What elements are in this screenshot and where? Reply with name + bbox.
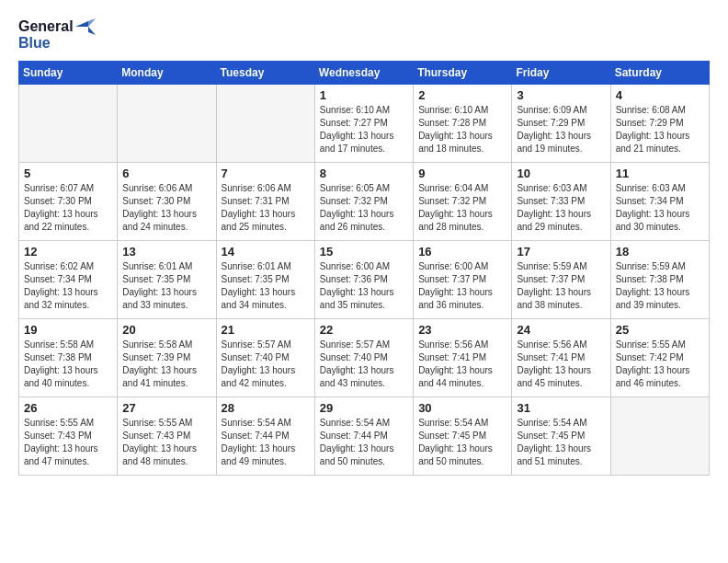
calendar-cell: 11Sunrise: 6:03 AM Sunset: 7:34 PM Dayli… bbox=[610, 162, 709, 240]
day-number: 22 bbox=[320, 323, 408, 337]
calendar-cell: 22Sunrise: 5:57 AM Sunset: 7:40 PM Dayli… bbox=[314, 318, 413, 396]
day-info: Sunrise: 5:59 AM Sunset: 7:37 PM Dayligh… bbox=[517, 260, 605, 312]
weekday-header-wednesday: Wednesday bbox=[314, 61, 413, 84]
calendar-cell: 5Sunrise: 6:07 AM Sunset: 7:30 PM Daylig… bbox=[19, 162, 118, 240]
day-number: 20 bbox=[122, 323, 210, 337]
day-info: Sunrise: 6:10 AM Sunset: 7:28 PM Dayligh… bbox=[418, 104, 506, 155]
calendar-cell: 2Sunrise: 6:10 AM Sunset: 7:28 PM Daylig… bbox=[414, 84, 512, 162]
svg-marker-0 bbox=[75, 21, 88, 27]
logo: General Blue bbox=[18, 18, 96, 52]
calendar-cell: 13Sunrise: 6:01 AM Sunset: 7:35 PM Dayli… bbox=[118, 240, 216, 318]
day-number: 6 bbox=[122, 167, 210, 180]
logo-container: General Blue bbox=[18, 18, 96, 52]
day-number: 18 bbox=[616, 245, 704, 259]
day-number: 26 bbox=[24, 401, 112, 415]
week-row-2: 5Sunrise: 6:07 AM Sunset: 7:30 PM Daylig… bbox=[19, 162, 710, 240]
day-number: 15 bbox=[320, 245, 408, 259]
day-info: Sunrise: 5:58 AM Sunset: 7:39 PM Dayligh… bbox=[122, 339, 210, 390]
day-number: 3 bbox=[517, 88, 605, 102]
logo-bird-icon bbox=[75, 18, 96, 35]
calendar-cell bbox=[118, 84, 216, 162]
day-number: 31 bbox=[517, 401, 605, 415]
day-info: Sunrise: 6:07 AM Sunset: 7:30 PM Dayligh… bbox=[24, 182, 112, 234]
day-info: Sunrise: 5:55 AM Sunset: 7:42 PM Dayligh… bbox=[616, 339, 704, 390]
calendar-cell: 31Sunrise: 5:54 AM Sunset: 7:45 PM Dayli… bbox=[512, 396, 610, 475]
svg-marker-2 bbox=[88, 27, 96, 35]
logo-general: General bbox=[18, 18, 74, 35]
day-number: 14 bbox=[222, 245, 310, 259]
day-info: Sunrise: 6:03 AM Sunset: 7:33 PM Dayligh… bbox=[517, 182, 605, 234]
day-info: Sunrise: 5:59 AM Sunset: 7:38 PM Dayligh… bbox=[616, 260, 704, 312]
day-number: 13 bbox=[122, 245, 210, 259]
calendar-cell: 29Sunrise: 5:54 AM Sunset: 7:44 PM Dayli… bbox=[314, 396, 413, 475]
day-info: Sunrise: 6:09 AM Sunset: 7:29 PM Dayligh… bbox=[517, 104, 605, 155]
calendar-cell: 15Sunrise: 6:00 AM Sunset: 7:36 PM Dayli… bbox=[314, 240, 413, 318]
day-number: 8 bbox=[320, 167, 408, 180]
calendar-cell: 6Sunrise: 6:06 AM Sunset: 7:30 PM Daylig… bbox=[118, 162, 216, 240]
calendar-cell: 1Sunrise: 6:10 AM Sunset: 7:27 PM Daylig… bbox=[314, 84, 413, 162]
day-info: Sunrise: 6:08 AM Sunset: 7:29 PM Dayligh… bbox=[616, 104, 704, 155]
day-number: 19 bbox=[24, 323, 112, 337]
weekday-header-friday: Friday bbox=[512, 61, 610, 84]
weekday-header-thursday: Thursday bbox=[414, 61, 512, 84]
calendar-cell: 4Sunrise: 6:08 AM Sunset: 7:29 PM Daylig… bbox=[610, 84, 709, 162]
day-number: 10 bbox=[517, 167, 605, 180]
calendar-cell: 27Sunrise: 5:55 AM Sunset: 7:43 PM Dayli… bbox=[118, 396, 216, 475]
calendar-cell: 30Sunrise: 5:54 AM Sunset: 7:45 PM Dayli… bbox=[414, 396, 512, 475]
calendar-table: SundayMondayTuesdayWednesdayThursdayFrid… bbox=[18, 61, 710, 476]
calendar-cell: 23Sunrise: 5:56 AM Sunset: 7:41 PM Dayli… bbox=[414, 318, 512, 396]
day-info: Sunrise: 5:54 AM Sunset: 7:45 PM Dayligh… bbox=[418, 417, 506, 468]
day-number: 25 bbox=[616, 323, 704, 337]
calendar-cell: 17Sunrise: 5:59 AM Sunset: 7:37 PM Dayli… bbox=[512, 240, 610, 318]
day-info: Sunrise: 5:58 AM Sunset: 7:38 PM Dayligh… bbox=[24, 339, 112, 390]
week-row-1: 1Sunrise: 6:10 AM Sunset: 7:27 PM Daylig… bbox=[19, 84, 710, 162]
day-number: 21 bbox=[222, 323, 310, 337]
day-number: 7 bbox=[222, 167, 310, 180]
day-info: Sunrise: 5:54 AM Sunset: 7:45 PM Dayligh… bbox=[517, 417, 605, 468]
calendar-cell: 26Sunrise: 5:55 AM Sunset: 7:43 PM Dayli… bbox=[19, 396, 118, 475]
day-number: 27 bbox=[122, 401, 210, 415]
day-number: 4 bbox=[616, 88, 704, 102]
day-info: Sunrise: 6:00 AM Sunset: 7:36 PM Dayligh… bbox=[320, 260, 408, 312]
calendar-cell: 10Sunrise: 6:03 AM Sunset: 7:33 PM Dayli… bbox=[512, 162, 610, 240]
day-info: Sunrise: 6:06 AM Sunset: 7:31 PM Dayligh… bbox=[222, 182, 310, 234]
day-info: Sunrise: 6:01 AM Sunset: 7:35 PM Dayligh… bbox=[222, 260, 310, 312]
day-number: 9 bbox=[418, 167, 506, 180]
day-number: 17 bbox=[517, 245, 605, 259]
day-number: 24 bbox=[517, 323, 605, 337]
day-info: Sunrise: 5:56 AM Sunset: 7:41 PM Dayligh… bbox=[418, 339, 506, 390]
weekday-header-sunday: Sunday bbox=[19, 61, 118, 84]
calendar-cell: 20Sunrise: 5:58 AM Sunset: 7:39 PM Dayli… bbox=[118, 318, 216, 396]
day-number: 30 bbox=[418, 401, 506, 415]
weekday-header-row: SundayMondayTuesdayWednesdayThursdayFrid… bbox=[19, 61, 710, 84]
calendar-cell bbox=[610, 396, 709, 475]
day-info: Sunrise: 6:06 AM Sunset: 7:30 PM Dayligh… bbox=[122, 182, 210, 234]
day-number: 28 bbox=[222, 401, 310, 415]
calendar-cell: 28Sunrise: 5:54 AM Sunset: 7:44 PM Dayli… bbox=[216, 396, 314, 475]
weekday-header-monday: Monday bbox=[118, 61, 216, 84]
calendar-cell: 7Sunrise: 6:06 AM Sunset: 7:31 PM Daylig… bbox=[216, 162, 314, 240]
calendar-cell: 19Sunrise: 5:58 AM Sunset: 7:38 PM Dayli… bbox=[19, 318, 118, 396]
calendar-cell: 8Sunrise: 6:05 AM Sunset: 7:32 PM Daylig… bbox=[314, 162, 413, 240]
logo-blue: Blue bbox=[18, 35, 96, 52]
calendar-cell: 25Sunrise: 5:55 AM Sunset: 7:42 PM Dayli… bbox=[610, 318, 709, 396]
day-info: Sunrise: 5:54 AM Sunset: 7:44 PM Dayligh… bbox=[222, 417, 310, 468]
day-number: 1 bbox=[320, 88, 408, 102]
calendar-cell bbox=[216, 84, 314, 162]
calendar-cell: 21Sunrise: 5:57 AM Sunset: 7:40 PM Dayli… bbox=[216, 318, 314, 396]
day-info: Sunrise: 6:03 AM Sunset: 7:34 PM Dayligh… bbox=[616, 182, 704, 234]
day-number: 12 bbox=[24, 245, 112, 259]
calendar-cell: 14Sunrise: 6:01 AM Sunset: 7:35 PM Dayli… bbox=[216, 240, 314, 318]
day-info: Sunrise: 5:55 AM Sunset: 7:43 PM Dayligh… bbox=[24, 417, 112, 468]
day-info: Sunrise: 6:01 AM Sunset: 7:35 PM Dayligh… bbox=[122, 260, 210, 312]
week-row-4: 19Sunrise: 5:58 AM Sunset: 7:38 PM Dayli… bbox=[19, 318, 710, 396]
day-info: Sunrise: 5:57 AM Sunset: 7:40 PM Dayligh… bbox=[320, 339, 408, 390]
week-row-3: 12Sunrise: 6:02 AM Sunset: 7:34 PM Dayli… bbox=[19, 240, 710, 318]
day-number: 23 bbox=[418, 323, 506, 337]
day-info: Sunrise: 6:04 AM Sunset: 7:32 PM Dayligh… bbox=[418, 182, 506, 234]
day-number: 11 bbox=[616, 167, 704, 180]
day-info: Sunrise: 6:05 AM Sunset: 7:32 PM Dayligh… bbox=[320, 182, 408, 234]
svg-marker-1 bbox=[88, 18, 96, 27]
calendar-cell: 3Sunrise: 6:09 AM Sunset: 7:29 PM Daylig… bbox=[512, 84, 610, 162]
calendar-cell: 24Sunrise: 5:56 AM Sunset: 7:41 PM Dayli… bbox=[512, 318, 610, 396]
